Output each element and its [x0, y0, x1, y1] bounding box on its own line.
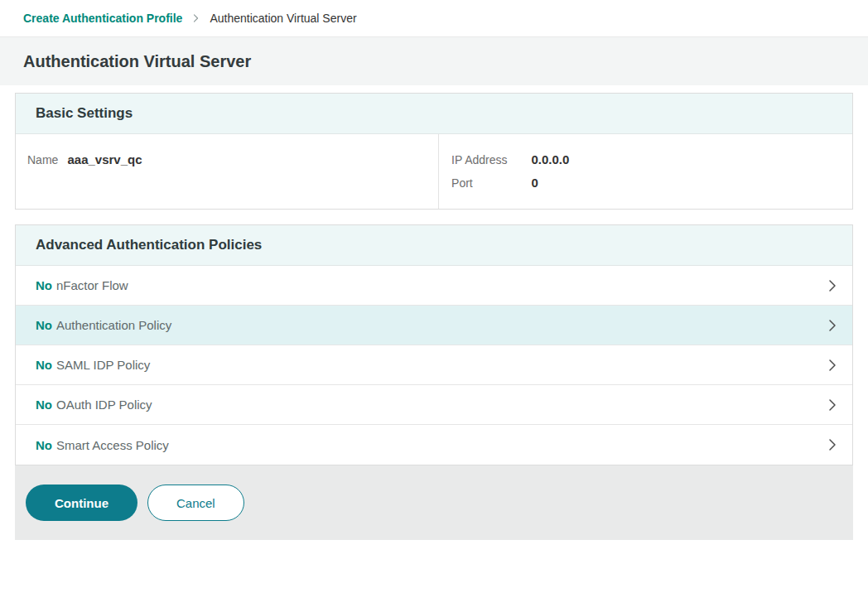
main-content: Basic Settings Name aaa_vsrv_qc IP Addre… [0, 85, 868, 465]
advanced-policies-header: Advanced Authentication Policies [16, 225, 852, 266]
name-field: Name aaa_vsrv_qc [27, 148, 427, 171]
port-field: Port 0 [451, 171, 840, 195]
chevron-right-icon [826, 318, 839, 333]
policy-label: nFactor Flow [56, 278, 128, 292]
policy-label: Smart Access Policy [56, 438, 169, 452]
port-label: Port [451, 172, 528, 195]
chevron-right-icon [826, 358, 839, 373]
policy-count: No [36, 438, 52, 452]
page-title: Authentication Virtual Server [23, 52, 251, 71]
basic-settings-right-column: IP Address 0.0.0.0 Port 0 [439, 134, 852, 209]
ip-address-field: IP Address 0.0.0.0 [451, 148, 840, 171]
basic-settings-body: Name aaa_vsrv_qc IP Address 0.0.0.0 Port… [16, 134, 852, 209]
policy-count: No [36, 278, 52, 292]
policy-row-nfactor-flow[interactable]: No nFactor Flow [16, 266, 852, 306]
policy-label: Authentication Policy [56, 318, 171, 332]
action-bar: Continue Cancel [15, 465, 853, 540]
chevron-right-icon [826, 278, 839, 293]
basic-settings-left-column: Name aaa_vsrv_qc [16, 134, 439, 209]
breadcrumb-link-create-authentication-profile[interactable]: Create Authentication Profile [23, 12, 182, 25]
page-header: Authentication Virtual Server [0, 37, 868, 85]
policy-row-smart-access-policy[interactable]: No Smart Access Policy [16, 425, 852, 465]
name-label: Name [27, 149, 64, 171]
basic-settings-header: Basic Settings [16, 94, 852, 134]
policy-count: No [36, 358, 52, 372]
breadcrumb-current: Authentication Virtual Server [210, 12, 356, 25]
policy-row-oauth-idp-policy[interactable]: No OAuth IDP Policy [16, 385, 852, 425]
basic-settings-title: Basic Settings [36, 105, 133, 122]
chevron-right-icon [191, 13, 200, 23]
policy-list: No nFactor Flow No Authentication Policy… [16, 266, 852, 465]
ip-address-label: IP Address [451, 149, 528, 171]
policy-label: SAML IDP Policy [56, 358, 150, 372]
breadcrumb: Create Authentication Profile Authentica… [0, 0, 868, 37]
name-value: aaa_vsrv_qc [67, 152, 142, 166]
policy-label: OAuth IDP Policy [56, 398, 152, 412]
policy-count: No [36, 398, 52, 412]
policy-row-saml-idp-policy[interactable]: No SAML IDP Policy [16, 345, 852, 385]
advanced-authentication-policies-card: Advanced Authentication Policies No nFac… [15, 224, 853, 465]
basic-settings-card: Basic Settings Name aaa_vsrv_qc IP Addre… [15, 93, 853, 210]
policy-row-authentication-policy[interactable]: No Authentication Policy [16, 306, 852, 345]
policy-count: No [36, 318, 52, 332]
chevron-right-icon [826, 437, 839, 452]
cancel-button[interactable]: Cancel [147, 485, 244, 521]
chevron-right-icon [826, 398, 839, 412]
advanced-policies-title: Advanced Authentication Policies [36, 237, 262, 253]
ip-address-value: 0.0.0.0 [532, 152, 570, 166]
continue-button[interactable]: Continue [26, 485, 137, 521]
port-value: 0 [532, 176, 538, 190]
